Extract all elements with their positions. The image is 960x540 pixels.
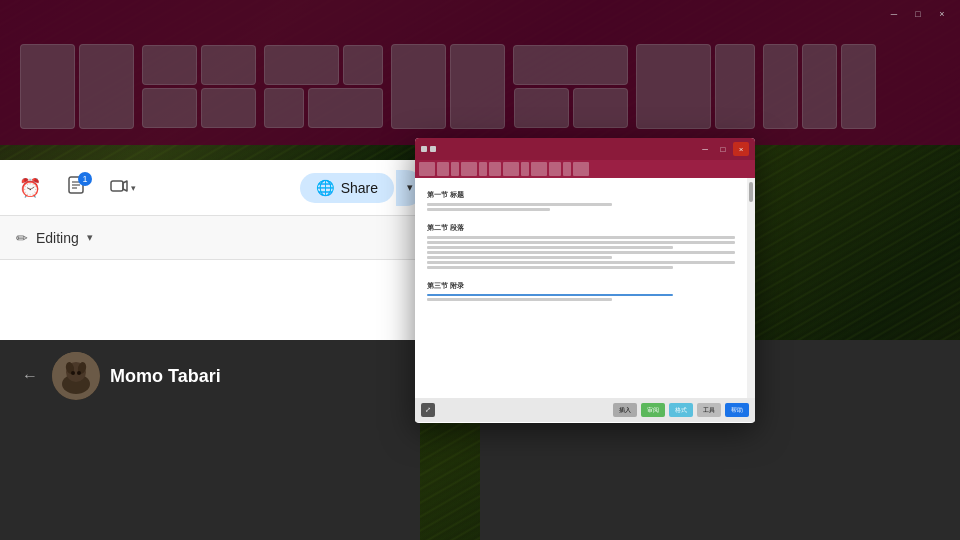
doc-text-line — [427, 241, 735, 244]
maximize-button[interactable]: □ — [908, 6, 928, 22]
doc-toolbar-item — [573, 162, 589, 176]
doc-footer-btn-1[interactable]: 插入 — [613, 403, 637, 417]
doc-close-button[interactable]: × — [733, 142, 749, 156]
doc-heading-2: 第二节 段落 — [427, 223, 735, 233]
snap-tile[interactable] — [308, 88, 383, 128]
snap-titlebar: ─ □ × — [0, 0, 960, 28]
doc-scroll-thumb[interactable] — [749, 182, 753, 202]
doc-toolbar-item — [489, 162, 501, 176]
doc-heading-3: 第三节 附录 — [427, 281, 735, 291]
doc-toolbar-item — [479, 162, 487, 176]
svg-rect-4 — [111, 181, 123, 191]
doc-toolbar-item — [451, 162, 459, 176]
snap-tile[interactable] — [142, 45, 197, 85]
doc-toolbar-item — [461, 162, 477, 176]
snap-tile[interactable] — [20, 44, 75, 129]
svg-point-11 — [71, 371, 75, 375]
doc-text-line — [427, 294, 673, 296]
snap-tile[interactable] — [763, 44, 798, 129]
doc-footer-btn-5[interactable]: 帮助 — [725, 403, 749, 417]
doc-toolbar — [415, 160, 755, 178]
doc-footer-btn-2[interactable]: 审阅 — [641, 403, 665, 417]
svg-point-12 — [77, 371, 81, 375]
doc-footer: ⤢ 插入 审阅 格式 工具 帮助 — [415, 398, 755, 422]
minimize-button[interactable]: ─ — [884, 6, 904, 22]
snap-tile[interactable] — [802, 44, 837, 129]
snap-tile[interactable] — [142, 88, 197, 128]
doc-scrollbar[interactable] — [747, 178, 755, 398]
doc-page-content: 第一节 标题 第二节 段落 第三节 附录 — [415, 178, 755, 398]
snap-tile[interactable] — [79, 44, 134, 129]
doc-section-3: 第三节 附录 — [427, 281, 735, 301]
globe-icon: 🌐 — [316, 179, 335, 197]
settings-panel-left: ← Momo Tabari — [0, 340, 420, 540]
share-button[interactable]: 🌐 Share — [300, 173, 394, 203]
doc-text-line — [427, 236, 735, 239]
doc-expand-button[interactable]: ⤢ — [421, 403, 435, 417]
editing-dropdown-arrow[interactable]: ▾ — [87, 231, 93, 244]
user-name: Momo Tabari — [110, 366, 221, 387]
snap-tile[interactable] — [343, 45, 383, 85]
snap-tile[interactable] — [201, 88, 256, 128]
doc-text-line — [427, 261, 735, 264]
snap-tile[interactable] — [514, 88, 569, 128]
doc-toolbar-item — [549, 162, 561, 176]
doc-toolbar-item — [531, 162, 547, 176]
doc-tab — [430, 146, 436, 152]
doc-heading-1: 第一节 标题 — [427, 190, 735, 200]
close-button[interactable]: × — [932, 6, 952, 22]
camera-icon — [109, 176, 129, 200]
doc-text-line — [427, 203, 612, 206]
user-avatar-inner — [52, 352, 100, 400]
pencil-icon: ✏ — [16, 230, 28, 246]
notes-button[interactable]: 1 — [58, 170, 94, 206]
timer-button[interactable]: ⏰ — [12, 170, 48, 206]
doc-toolbar-item — [521, 162, 529, 176]
doc-footer-btn-3[interactable]: 格式 — [669, 403, 693, 417]
snap-group-7[interactable] — [763, 44, 876, 129]
record-button[interactable]: ▾ — [104, 170, 140, 206]
editing-label: Editing — [36, 230, 79, 246]
doc-toolbar-item — [503, 162, 519, 176]
doc-maximize-button[interactable]: □ — [715, 142, 731, 156]
snap-group-3[interactable] — [264, 45, 383, 128]
doc-window-controls: ─ □ × — [697, 142, 749, 156]
snap-tile[interactable] — [715, 44, 755, 129]
notes-badge: 1 — [78, 172, 92, 186]
snap-tile[interactable] — [391, 44, 446, 129]
back-icon: ← — [22, 367, 38, 385]
share-label: Share — [341, 180, 378, 196]
snap-group-6[interactable] — [636, 44, 755, 129]
snap-group-4[interactable] — [391, 44, 505, 129]
snap-tile[interactable] — [636, 44, 711, 129]
snap-tile[interactable] — [573, 88, 628, 128]
doc-tab — [421, 146, 427, 152]
snap-group-5[interactable] — [513, 45, 628, 128]
doc-text-line — [427, 251, 735, 254]
doc-text-line — [427, 246, 673, 249]
doc-toolbar-item — [419, 162, 435, 176]
doc-minimize-button[interactable]: ─ — [697, 142, 713, 156]
doc-section-1: 第一节 标题 — [427, 190, 735, 211]
timer-icon: ⏰ — [19, 177, 41, 199]
snap-overlay: ─ □ × — [0, 0, 960, 145]
back-button[interactable]: ← — [16, 362, 44, 390]
editing-bar: ✏ Editing ▾ — [0, 216, 480, 260]
app-bar: ⏰ 1 ▾ 🌐 Share ▾ U — [0, 160, 480, 216]
snap-tile[interactable] — [513, 45, 628, 85]
snap-tile[interactable] — [841, 44, 876, 129]
doc-page: 第一节 标题 第二节 段落 第三节 附录 — [415, 178, 747, 398]
document-preview-window: ─ □ × 第一节 标题 第二节 段落 — [415, 138, 755, 423]
snap-tile[interactable] — [264, 45, 339, 85]
snap-window-controls: ─ □ × — [884, 6, 952, 22]
user-avatar — [52, 352, 100, 400]
doc-footer-btn-4[interactable]: 工具 — [697, 403, 721, 417]
snap-group-1[interactable] — [20, 44, 134, 129]
doc-text-line — [427, 266, 673, 269]
snap-tile[interactable] — [264, 88, 304, 128]
snap-group-2[interactable] — [142, 45, 256, 128]
user-info: Momo Tabari — [52, 352, 404, 400]
snap-tile[interactable] — [201, 45, 256, 85]
doc-toolbar-item — [437, 162, 449, 176]
snap-tile[interactable] — [450, 44, 505, 129]
